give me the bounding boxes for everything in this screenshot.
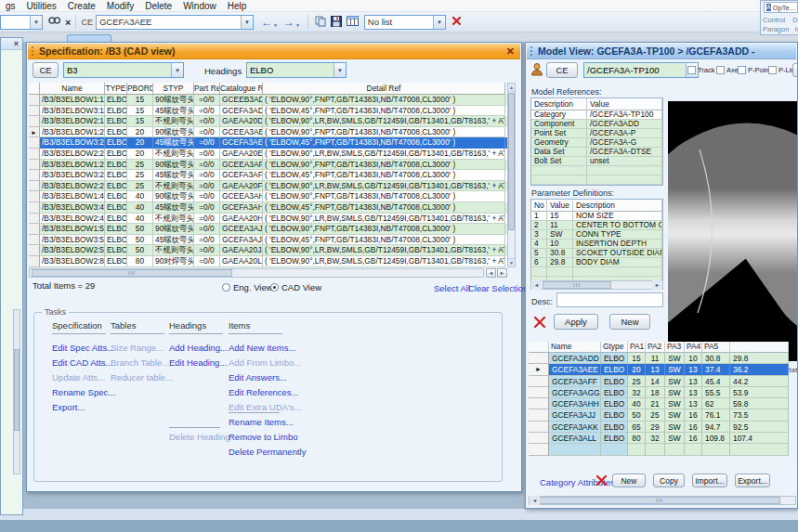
- cell[interactable]: /B3/B3ELBOW1:15: [40, 95, 105, 106]
- cell[interactable]: /B3/B3ELBOW3:40: [40, 202, 105, 214]
- table-row[interactable]: /B3/B3ELBOW3:25ELBO2545螺纹弯头=0/0GCEFA3AFF…: [29, 170, 507, 181]
- apply-button[interactable]: Apply: [554, 314, 598, 330]
- task-link[interactable]: Add From Limbo...: [229, 357, 301, 368]
- cell[interactable]: ( 'ELBOW,90°,LR,BW,SMLS,GB/T12459I,GB/T1…: [263, 116, 505, 127]
- header-cell[interactable]: STYP: [153, 83, 194, 95]
- table-row[interactable]: 629.8BODY DIAM: [531, 258, 662, 267]
- export-button[interactable]: Export...: [735, 474, 770, 487]
- cell[interactable]: 94.7: [702, 422, 730, 433]
- cell[interactable]: ( 'ELBOW,90°,FNPT,GB/T14383I,NB/T47008,C…: [263, 191, 505, 202]
- category-combo[interactable]: /GCEFA3A-TP100 ▼: [583, 62, 699, 78]
- table-row[interactable]: /B3/B3ELBOW2:15ELBO15不规则弯头=0/0GAEAA20DD(…: [29, 116, 507, 127]
- cell[interactable]: SW: [665, 409, 685, 421]
- cell[interactable]: 59.8: [730, 398, 789, 409]
- cell[interactable]: 40: [127, 191, 153, 202]
- cell[interactable]: 20: [127, 127, 153, 138]
- cell[interactable]: ELBO: [601, 409, 628, 421]
- cell[interactable]: /B3/B3ELBOW2:20: [40, 149, 105, 160]
- cell[interactable]: 15: [127, 116, 153, 127]
- spec-grid-vscrollbar[interactable]: ▲ ▼: [507, 83, 516, 267]
- cell[interactable]: 45.4: [702, 376, 730, 387]
- table-row[interactable]: ►/B3/B3ELBOW1:20ELBO2090螺纹弯头=0/0GCEEA3AE…: [29, 127, 507, 138]
- cell[interactable]: 16: [685, 409, 702, 421]
- checkbox-track[interactable]: Track: [687, 66, 714, 74]
- cell[interactable]: Point Set: [531, 129, 587, 138]
- cell[interactable]: 65: [628, 422, 646, 433]
- cell[interactable]: GCEEB3ADD: [220, 95, 263, 106]
- list-grid-icon[interactable]: [347, 16, 359, 28]
- cell[interactable]: 5: [531, 249, 547, 258]
- dock-tab[interactable]: A OpTe...: [764, 2, 798, 13]
- cell[interactable]: GAEAA20DD: [220, 116, 263, 127]
- header-cell[interactable]: No: [531, 200, 547, 212]
- cell[interactable]: 50: [127, 245, 153, 256]
- table-row[interactable]: Category/GCEFA3A-TP100: [531, 110, 662, 120]
- table-row[interactable]: 3SWCONN TYPE: [531, 230, 662, 240]
- task-link[interactable]: Add Heading...: [169, 343, 228, 353]
- cell[interactable]: [730, 444, 789, 455]
- menu-item[interactable]: Window: [177, 1, 222, 11]
- list-combo[interactable]: No list ▼: [364, 15, 446, 30]
- cell[interactable]: ELBO: [601, 387, 628, 398]
- cell[interactable]: NOM SIZE: [573, 212, 662, 221]
- header-cell[interactable]: PA4: [685, 342, 702, 353]
- cell[interactable]: 55.5: [702, 387, 730, 398]
- cell[interactable]: /B3/B3ELBOW3:25: [40, 170, 105, 181]
- header-cell[interactable]: PA3: [665, 342, 685, 353]
- menu-item[interactable]: gs: [0, 1, 21, 11]
- element-combo[interactable]: GCEFA3AEE ▼: [96, 15, 254, 30]
- cell[interactable]: =0/0: [194, 214, 220, 225]
- table-row[interactable]: /B3/B3ELBOW3:15ELBO1545螺纹弯头=0/0GCEFA3ADD…: [29, 106, 507, 117]
- cell[interactable]: =0/0: [194, 149, 220, 160]
- radio-option[interactable]: CAD View: [270, 282, 321, 292]
- cell[interactable]: GCEFA3AFF: [549, 376, 601, 387]
- header-cell[interactable]: Part Ref: [194, 83, 220, 95]
- table-row[interactable]: /B3/B3ELBOW2:20ELBO20不规则弯头=0/0GAEAA20EE(…: [29, 149, 507, 160]
- cell[interactable]: 29: [646, 422, 665, 433]
- headings-combo[interactable]: ELBO ▼: [246, 62, 347, 78]
- cell[interactable]: ( 'ELBOW,45°,FNPT,GB/T14383I,NB/T47008,C…: [263, 137, 505, 149]
- cell[interactable]: [531, 166, 587, 175]
- close-icon[interactable]: ✕: [506, 45, 515, 58]
- cell[interactable]: 73.5: [730, 409, 789, 421]
- cell[interactable]: [665, 444, 685, 455]
- cell[interactable]: 90螺纹弯头: [153, 224, 194, 235]
- header-cell[interactable]: Name: [40, 83, 105, 95]
- checkbox-icon[interactable]: [687, 66, 696, 74]
- spec-grid-hscrollbar[interactable]: III: [29, 268, 484, 278]
- cell[interactable]: 15: [628, 353, 646, 364]
- new-button[interactable]: New: [612, 474, 646, 487]
- table-row[interactable]: /B3/B3ELBOW1:25ELBO2590螺纹弯头=0/0GCEEA3AFF…: [29, 160, 507, 171]
- back-arrow-icon[interactable]: ←: [261, 17, 272, 28]
- ce-button[interactable]: CE: [546, 62, 578, 78]
- cell[interactable]: 40: [127, 202, 153, 214]
- header-cell[interactable]: Value: [587, 98, 662, 110]
- cell[interactable]: 90螺纹弯头: [153, 160, 194, 171]
- table-row[interactable]: /B3/B3ELBOW2:40ELBO40不规则弯头=0/0GAEAA20HH(…: [29, 214, 507, 225]
- scroll-right-icon[interactable]: ►: [652, 280, 662, 290]
- cell[interactable]: ELBO: [105, 202, 127, 214]
- header-cell[interactable]: PA1: [628, 342, 646, 353]
- reset-button[interactable]: Re: [792, 63, 798, 77]
- cell[interactable]: GCEFA3AHH: [549, 398, 601, 409]
- cell[interactable]: 16: [685, 433, 702, 444]
- header-cell[interactable]: TYPE: [105, 83, 127, 95]
- tree-scrollbar[interactable]: [13, 309, 20, 474]
- cell[interactable]: ELBO: [105, 181, 127, 192]
- cell[interactable]: INSERTION DEPTH: [573, 240, 662, 249]
- cell[interactable]: /B3/B3ELBOW2:50: [40, 245, 105, 256]
- table-row[interactable]: /B3/B3ELBOW2:50ELBO50不规则弯头=0/0GAEAA20JJ(…: [29, 245, 507, 256]
- cell[interactable]: 50: [127, 235, 153, 246]
- cell[interactable]: [531, 175, 587, 185]
- cell[interactable]: 53.9: [730, 387, 789, 398]
- cell[interactable]: 50: [628, 409, 646, 421]
- new-button[interactable]: New: [609, 314, 650, 330]
- cell[interactable]: 20: [127, 137, 153, 149]
- cell[interactable]: [601, 444, 628, 455]
- cell[interactable]: SW: [665, 376, 685, 387]
- cell[interactable]: =0/0: [194, 106, 220, 117]
- cell[interactable]: GCEEA3AFF: [220, 160, 263, 171]
- task-link[interactable]: Size Range...: [111, 343, 164, 353]
- items-hscrollbar[interactable]: III ◄: [529, 496, 796, 505]
- task-link[interactable]: Rename Spec...: [52, 387, 115, 397]
